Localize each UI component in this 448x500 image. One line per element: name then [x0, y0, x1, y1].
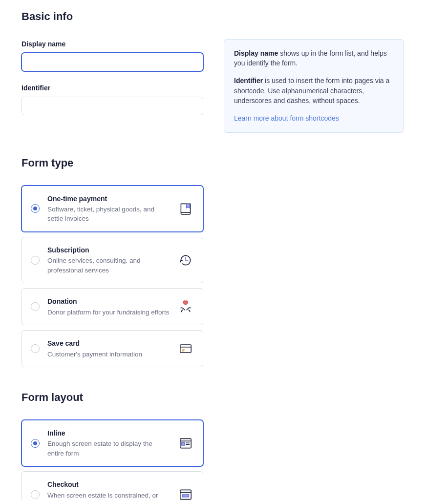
book-bookmark-icon	[177, 200, 194, 217]
help-display-name-term: Display name	[234, 49, 278, 57]
help-panel: Display name shows up in the form list, …	[224, 39, 404, 133]
option-sub: Donor platform for your fundraising effo…	[47, 308, 170, 317]
radio-icon	[31, 490, 40, 499]
option-title: Checkout	[47, 479, 170, 489]
learn-more-link[interactable]: Learn more about form shortcodes	[234, 114, 339, 122]
form-layout-option-inline[interactable]: Inline Enough screen estate to display t…	[21, 420, 203, 466]
form-layout-heading: Form layout	[21, 390, 427, 405]
option-title: One-time payment	[47, 194, 170, 204]
radio-icon	[31, 256, 40, 265]
form-type-option-save-card[interactable]: Save card Customer's payment information	[21, 330, 203, 367]
display-name-label: Display name	[21, 39, 203, 49]
svg-rect-6	[181, 442, 184, 445]
radio-icon	[31, 439, 40, 448]
option-title: Donation	[47, 296, 170, 306]
identifier-input[interactable]	[21, 97, 203, 115]
identifier-label: Identifier	[21, 83, 203, 93]
display-name-input[interactable]	[21, 53, 203, 71]
basic-info-heading: Basic info	[21, 9, 427, 24]
form-layout-option-checkout[interactable]: Checkout When screen estate is constrain…	[21, 471, 203, 500]
radio-icon	[31, 204, 40, 213]
help-identifier-term: Identifier	[234, 77, 263, 84]
layout-checkout-icon	[177, 486, 194, 500]
hands-heart-icon	[177, 298, 194, 315]
form-type-option-one-time[interactable]: One-time payment Software, ticket, physi…	[21, 186, 203, 232]
svg-rect-11	[183, 495, 189, 497]
option-sub: Software, ticket, physical goods, and se…	[47, 205, 170, 224]
radio-icon	[31, 344, 40, 353]
credit-card-icon	[177, 340, 194, 357]
option-sub: When screen estate is constrained, or us…	[47, 491, 170, 500]
form-type-option-subscription[interactable]: Subscription Online services, consulting…	[21, 237, 203, 283]
radio-icon	[31, 302, 40, 311]
layout-inline-icon	[177, 435, 194, 452]
form-type-heading: Form type	[21, 155, 427, 171]
option-title: Save card	[47, 338, 170, 348]
history-clock-icon	[177, 252, 194, 269]
option-sub: Online services, consulting, and profess…	[47, 256, 170, 275]
option-title: Subscription	[47, 245, 170, 255]
option-title: Inline	[47, 428, 170, 438]
form-type-option-donation[interactable]: Donation Donor platform for your fundrai…	[21, 288, 203, 325]
option-sub: Enough screen estate to display the enti…	[47, 439, 170, 458]
option-sub: Customer's payment information	[47, 350, 170, 359]
